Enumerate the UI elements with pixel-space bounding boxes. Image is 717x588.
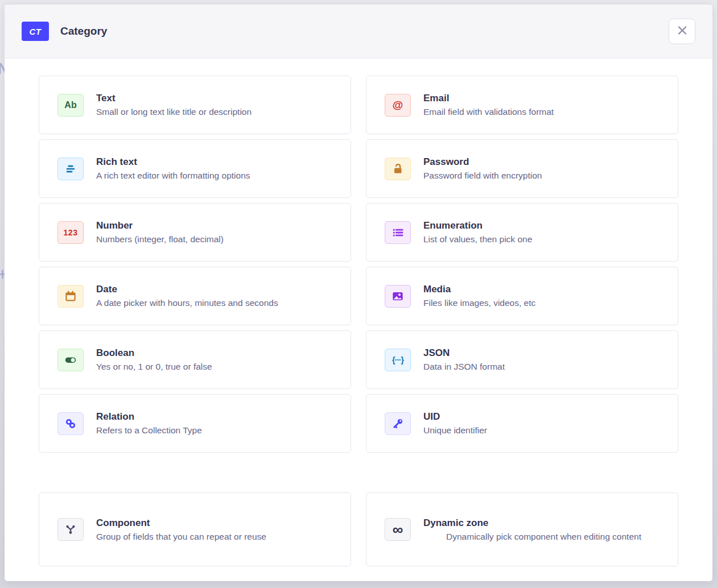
field-title: Number: [96, 220, 337, 231]
field-title: JSON: [423, 347, 664, 359]
field-card-email[interactable]: @ Email Email field with validations for…: [366, 76, 678, 134]
field-description: Password field with encryption: [423, 171, 664, 181]
padlock-icon: [385, 158, 411, 180]
field-card-password[interactable]: Password Password field with encryption: [366, 139, 678, 198]
rich-text-lines-icon: [57, 158, 84, 180]
field-title: Dynamic zone: [423, 517, 664, 529]
field-card-dynamic-zone[interactable]: ∞ Dynamic zone Dynamically pick componen…: [366, 492, 678, 566]
field-description: Email field with validations format: [423, 107, 664, 117]
field-card-number[interactable]: 123 Number Numbers (integer, float, deci…: [39, 203, 351, 262]
field-grid-main: Ab Text Small or long text like title or…: [39, 76, 678, 453]
field-title: Component: [96, 517, 337, 529]
field-title: Boolean: [96, 347, 337, 359]
field-description: A date picker with hours, minutes and se…: [96, 298, 337, 308]
text-ab-icon: Ab: [57, 94, 84, 117]
field-card-component[interactable]: Component Group of fields that you can r…: [39, 492, 351, 566]
picture-icon: [385, 285, 411, 308]
field-card-enumeration[interactable]: Enumeration List of values, then pick on…: [366, 203, 678, 262]
field-type-list: Ab Text Small or long text like title or…: [5, 59, 712, 566]
field-card-relation[interactable]: Relation Refers to a Collection Type: [39, 394, 351, 453]
field-card-uid[interactable]: UID Unique identifier: [366, 394, 678, 453]
toggle-icon: [57, 349, 84, 371]
close-button[interactable]: [669, 19, 695, 44]
field-description: Small or long text like title or descrip…: [96, 107, 337, 117]
email-at-icon: @: [385, 94, 411, 117]
field-card-json[interactable]: {···} JSON Data in JSON format: [366, 330, 678, 389]
json-braces-icon: {···}: [385, 349, 411, 371]
field-grid-advanced: Component Group of fields that you can r…: [39, 492, 678, 566]
key-icon: [385, 412, 411, 435]
field-title: Password: [423, 156, 664, 168]
field-title: Relation: [96, 411, 337, 423]
infinity-icon: ∞: [385, 518, 411, 541]
field-description: Unique identifier: [423, 425, 664, 436]
bullet-list-icon: [385, 221, 411, 244]
field-title: Rich text: [96, 156, 337, 168]
close-icon: [676, 24, 689, 39]
field-description: Data in JSON format: [423, 362, 664, 372]
field-description: Numbers (integer, float, decimal): [96, 234, 337, 245]
field-title: UID: [423, 411, 664, 423]
chain-link-icon: [57, 412, 84, 435]
field-title: Media: [423, 284, 664, 295]
field-title: Date: [96, 284, 337, 295]
field-card-date[interactable]: Date A date picker with hours, minutes a…: [39, 267, 351, 325]
field-description: Yes or no, 1 or 0, true or false: [96, 362, 337, 372]
modal-title: Category: [60, 25, 107, 38]
calendar-icon: [57, 285, 84, 308]
field-card-rich-text[interactable]: Rich text A rich text editor with format…: [39, 139, 351, 198]
field-title: Text: [96, 93, 337, 104]
field-description: A rich text editor with formatting optio…: [96, 171, 337, 181]
field-description: Group of fields that you can repeat or r…: [96, 532, 337, 542]
field-description: Refers to a Collection Type: [96, 425, 337, 436]
modal-header: CT Category: [5, 5, 712, 59]
collection-type-badge: CT: [22, 22, 49, 41]
field-type-picker-modal: CT Category Ab Text Small or long text l…: [5, 5, 712, 581]
field-card-text[interactable]: Ab Text Small or long text like title or…: [39, 76, 351, 134]
field-description: Dynamically pick component when editing …: [440, 532, 648, 542]
field-title: Email: [423, 93, 664, 104]
field-description: Files like images, videos, etc: [423, 298, 664, 308]
field-card-media[interactable]: Media Files like images, videos, etc: [366, 267, 678, 325]
branch-nodes-icon: [57, 518, 84, 541]
number-123-icon: 123: [57, 221, 84, 244]
field-title: Enumeration: [423, 220, 664, 231]
field-card-boolean[interactable]: Boolean Yes or no, 1 or 0, true or false: [39, 330, 351, 389]
field-description: List of values, then pick one: [423, 234, 664, 245]
